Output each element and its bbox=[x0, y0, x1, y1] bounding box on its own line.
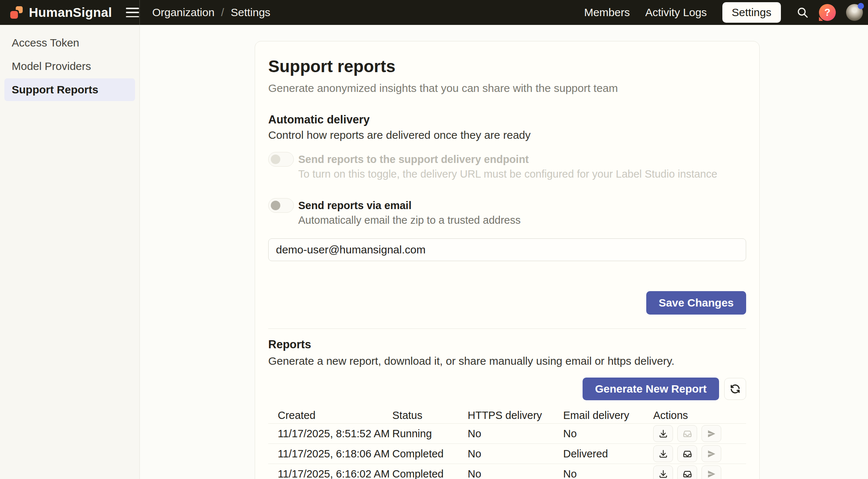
nav-settings[interactable]: Settings bbox=[722, 2, 781, 23]
cell-email-delivery: No bbox=[563, 428, 653, 440]
sidebar-item-access-token[interactable]: Access Token bbox=[4, 31, 135, 54]
support-reports-card: Support reports Generate anonymized insi… bbox=[255, 41, 760, 479]
search-icon[interactable] bbox=[796, 6, 809, 19]
toggle-row-https-delivery: Send reports to the support delivery end… bbox=[268, 152, 746, 181]
logo-text: HumanSignal bbox=[29, 5, 112, 20]
cell-email-delivery: Delivered bbox=[563, 448, 653, 460]
cell-created: 11/17/2025, 6:18:06 AM bbox=[278, 448, 392, 460]
toggle-row-email-delivery: Send reports via email Automatically ema… bbox=[268, 198, 746, 227]
humansignal-logo-icon bbox=[10, 6, 23, 19]
cell-https-delivery: No bbox=[468, 428, 563, 440]
reports-description: Generate a new report, download it, or s… bbox=[268, 354, 746, 368]
refresh-reports-button[interactable] bbox=[724, 378, 746, 400]
topbar-right: Members Activity Logs Settings ? bbox=[584, 2, 868, 23]
send-report-button[interactable] bbox=[701, 465, 721, 479]
download-report-button[interactable] bbox=[653, 445, 673, 462]
cell-created: 11/17/2025, 8:51:52 AM bbox=[278, 428, 392, 440]
email-report-button[interactable] bbox=[677, 465, 697, 479]
toggle-knob bbox=[271, 155, 280, 164]
cell-status: Completed bbox=[392, 448, 468, 460]
email-toggle-description: Automatically email the zip to a trusted… bbox=[298, 213, 521, 227]
breadcrumb-separator: / bbox=[221, 6, 224, 19]
https-toggle-description: To turn on this toggle, the delivery URL… bbox=[298, 167, 717, 181]
page-subtitle: Generate anonymized insights that you ca… bbox=[268, 81, 746, 96]
col-https-delivery: HTTPS delivery bbox=[468, 409, 563, 422]
page-title: Support reports bbox=[268, 56, 746, 77]
cell-status: Running bbox=[392, 428, 468, 440]
email-delivery-toggle[interactable] bbox=[268, 198, 294, 213]
download-report-button[interactable] bbox=[653, 465, 673, 479]
email-toggle-label: Send reports via email bbox=[298, 198, 521, 213]
send-report-button[interactable] bbox=[701, 445, 721, 462]
https-toggle-label: Send reports to the support delivery end… bbox=[298, 152, 717, 167]
automatic-delivery-heading: Automatic delivery bbox=[268, 112, 746, 127]
automatic-delivery-description: Control how reports are delivered once t… bbox=[268, 128, 746, 142]
reports-heading: Reports bbox=[268, 337, 746, 352]
table-row: 11/17/2025, 6:16:02 AM Completed No No bbox=[268, 464, 746, 479]
table-row: 11/17/2025, 6:18:06 AM Completed No Deli… bbox=[268, 444, 746, 464]
topbar: HumanSignal Organization / Settings Memb… bbox=[0, 0, 868, 25]
topbar-divider bbox=[139, 0, 140, 25]
main-content: Support reports Generate anonymized insi… bbox=[140, 25, 868, 479]
presence-dot-icon bbox=[858, 3, 864, 9]
trusted-email-input[interactable] bbox=[268, 238, 746, 261]
sidebar-item-support-reports[interactable]: Support Reports bbox=[4, 78, 135, 101]
humansignal-logo[interactable]: HumanSignal bbox=[0, 5, 112, 20]
generate-new-report-button[interactable]: Generate New Report bbox=[583, 378, 719, 400]
https-delivery-toggle[interactable] bbox=[268, 152, 294, 167]
table-row: 11/17/2025, 8:51:52 AM Running No No bbox=[268, 424, 746, 444]
col-created: Created bbox=[278, 409, 392, 422]
cell-https-delivery: No bbox=[468, 468, 563, 479]
cell-status: Completed bbox=[392, 468, 468, 479]
section-divider bbox=[268, 328, 746, 329]
reports-table: Created Status HTTPS delivery Email deli… bbox=[268, 408, 746, 479]
send-report-button[interactable] bbox=[701, 425, 721, 442]
cell-email-delivery: No bbox=[563, 468, 653, 479]
save-changes-button[interactable]: Save Changes bbox=[646, 291, 746, 315]
col-actions: Actions bbox=[653, 409, 746, 422]
breadcrumb-organization[interactable]: Organization bbox=[152, 6, 214, 19]
email-report-button[interactable] bbox=[677, 425, 697, 442]
menu-icon[interactable] bbox=[126, 8, 139, 17]
cell-created: 11/17/2025, 6:16:02 AM bbox=[278, 468, 392, 479]
breadcrumb-settings[interactable]: Settings bbox=[231, 6, 270, 19]
email-report-button[interactable] bbox=[677, 445, 697, 462]
breadcrumb: Organization / Settings bbox=[152, 0, 270, 25]
toggle-knob bbox=[271, 201, 280, 210]
nav-activity-logs[interactable]: Activity Logs bbox=[645, 6, 707, 19]
help-icon[interactable]: ? bbox=[819, 4, 836, 21]
cell-https-delivery: No bbox=[468, 448, 563, 460]
sidebar-item-model-providers[interactable]: Model Providers bbox=[4, 55, 135, 78]
col-email-delivery: Email delivery bbox=[563, 409, 653, 422]
nav-members[interactable]: Members bbox=[584, 6, 630, 19]
reports-table-header: Created Status HTTPS delivery Email deli… bbox=[268, 408, 746, 424]
avatar[interactable] bbox=[846, 4, 863, 21]
col-status: Status bbox=[392, 409, 468, 422]
download-report-button[interactable] bbox=[653, 425, 673, 442]
sidebar: Access Token Model Providers Support Rep… bbox=[0, 25, 140, 479]
